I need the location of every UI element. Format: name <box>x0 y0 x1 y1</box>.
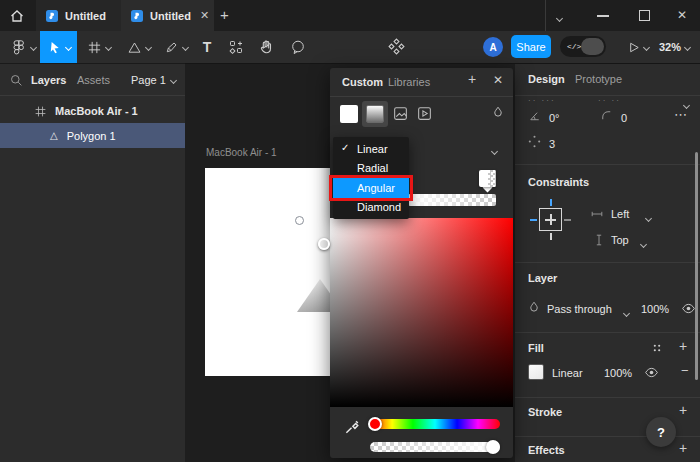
horizontal-constraint-icon <box>590 207 604 221</box>
tab-close-icon[interactable]: ✕ <box>200 9 209 22</box>
constraint-tick-right[interactable] <box>564 219 571 221</box>
remove-fill-button[interactable]: − <box>681 363 689 378</box>
add-stroke-button[interactable]: + <box>679 402 687 418</box>
saturation-value-area[interactable] <box>330 218 513 407</box>
tab-untitled-2-active[interactable]: Untitled ✕ <box>121 0 214 31</box>
more-options-button[interactable]: ⋯ <box>674 107 688 122</box>
rotation-input[interactable]: 0° <box>549 112 560 124</box>
hand-tool-button[interactable] <box>252 31 280 63</box>
pen-tool-button[interactable] <box>159 31 193 63</box>
clipped-row-fragment: ·· ··· <box>528 96 556 105</box>
fill-type-video-button[interactable] <box>416 105 433 122</box>
layer-row-polygon-selected[interactable]: △ Polygon 1 <box>0 123 185 148</box>
horizontal-constraint-select[interactable]: Left <box>611 208 629 220</box>
layer-row-frame[interactable]: MacBook Air - 1 <box>0 99 185 123</box>
present-button[interactable] <box>626 31 656 63</box>
fill-type-gradient-button-selected[interactable] <box>362 101 388 127</box>
fill-type-solid-button[interactable] <box>340 105 358 123</box>
zoom-level-control[interactable]: 32% <box>659 31 690 63</box>
avatar[interactable]: A <box>483 37 503 57</box>
alpha-slider-knob[interactable] <box>486 440 500 454</box>
vertex-count-input[interactable]: 3 <box>549 138 555 150</box>
fill-color-swatch[interactable] <box>528 364 544 380</box>
comment-tool-button[interactable] <box>284 31 312 63</box>
add-fill-button[interactable]: + <box>679 338 687 354</box>
gradient-handle-start[interactable] <box>295 216 304 225</box>
page-selector[interactable]: Page 1 <box>131 74 176 86</box>
gradient-handle-end[interactable] <box>318 238 330 250</box>
window-close-button[interactable]: ✕ <box>677 8 687 22</box>
vertical-constraint-select[interactable]: Top <box>611 234 629 246</box>
eyedropper-icon[interactable] <box>343 418 361 436</box>
fill-opacity-input[interactable]: 100% <box>604 367 632 379</box>
vertex-count-icon <box>527 134 542 149</box>
resources-diamond-icon[interactable] <box>388 38 405 55</box>
hue-slider-knob[interactable] <box>368 417 382 431</box>
fill-type-value[interactable]: Linear <box>552 367 583 379</box>
close-popup-button[interactable]: ✕ <box>493 73 503 87</box>
gradient-stop-marker[interactable] <box>479 170 496 187</box>
corner-radius-input[interactable]: 0 <box>621 112 627 124</box>
chevron-down-icon <box>170 76 177 83</box>
chevron-down-icon <box>182 43 189 50</box>
constraints-widget[interactable] <box>527 196 574 243</box>
chevron-down-icon <box>145 43 152 50</box>
move-tool-button-selected[interactable] <box>40 31 77 63</box>
tab-prototype[interactable]: Prototype <box>575 73 622 85</box>
eye-icon[interactable] <box>644 365 659 380</box>
help-button[interactable]: ? <box>646 417 676 447</box>
add-style-button[interactable]: + <box>468 71 476 87</box>
dev-mode-toggle[interactable]: </> <box>560 36 606 57</box>
window-maximize-button[interactable] <box>639 10 650 21</box>
tab-design[interactable]: Design <box>528 73 565 85</box>
actions-tool-button[interactable] <box>222 31 250 63</box>
alpha-slider[interactable] <box>370 442 500 452</box>
new-tab-button[interactable]: + <box>220 6 229 23</box>
tab-custom[interactable]: Custom <box>342 76 383 88</box>
divider <box>330 96 513 97</box>
divider <box>0 95 185 96</box>
chevron-down-icon <box>643 43 650 50</box>
zoom-level-value: 32% <box>659 41 681 53</box>
gradient-stops-strip[interactable] <box>408 194 496 206</box>
vertical-constraint-icon <box>592 233 606 247</box>
gradient-type-chevron-icon[interactable] <box>492 144 497 156</box>
hue-slider[interactable] <box>370 419 500 429</box>
constraints-title: Constraints <box>528 176 589 188</box>
add-effect-button[interactable]: + <box>679 440 687 456</box>
blend-mode-droplet-icon[interactable] <box>491 105 505 119</box>
layer-name: MacBook Air - 1 <box>55 105 138 117</box>
frame-tool-button[interactable] <box>81 31 117 63</box>
blend-mode-select[interactable]: Pass through <box>547 303 612 315</box>
layer-section-title: Layer <box>528 272 557 284</box>
tab-layers[interactable]: Layers <box>31 74 66 86</box>
styles-grid-icon[interactable] <box>650 341 664 355</box>
fill-section-title: Fill <box>528 342 544 354</box>
frame-icon <box>34 105 47 118</box>
menu-item-linear[interactable]: ✓ Linear <box>333 139 409 159</box>
search-icon[interactable] <box>9 73 24 88</box>
main-menu-button[interactable] <box>6 31 40 63</box>
constraint-tick-top[interactable] <box>550 199 552 206</box>
clipped-row-fragment: ·· ·· <box>598 96 621 105</box>
canvas-frame-label[interactable]: MacBook Air - 1 <box>206 147 277 158</box>
figma-window: Untitled Untitled ✕ + ✕ T A <box>0 0 700 462</box>
blend-mode-droplet-icon[interactable] <box>527 300 541 314</box>
tab-untitled-1[interactable]: Untitled <box>36 0 121 31</box>
constraint-tick-bottom[interactable] <box>550 233 552 240</box>
tab-assets[interactable]: Assets <box>77 74 110 86</box>
app-menu-chevron-icon[interactable] <box>557 11 562 23</box>
window-minimize-button[interactable] <box>597 15 609 17</box>
actions-icon <box>228 39 244 55</box>
fill-type-image-button[interactable] <box>392 105 409 122</box>
shape-tool-button[interactable] <box>121 31 157 63</box>
eye-icon[interactable] <box>681 301 696 316</box>
text-tool-button[interactable]: T <box>195 31 219 63</box>
layer-opacity-input[interactable]: 100% <box>641 303 669 315</box>
tab-libraries[interactable]: Libraries <box>388 76 430 88</box>
constraint-tick-left[interactable] <box>530 219 537 221</box>
home-button[interactable] <box>7 7 27 25</box>
share-button[interactable]: Share <box>511 35 551 58</box>
sidebar-scrollbar[interactable] <box>695 152 698 380</box>
cursor-icon <box>47 40 62 55</box>
